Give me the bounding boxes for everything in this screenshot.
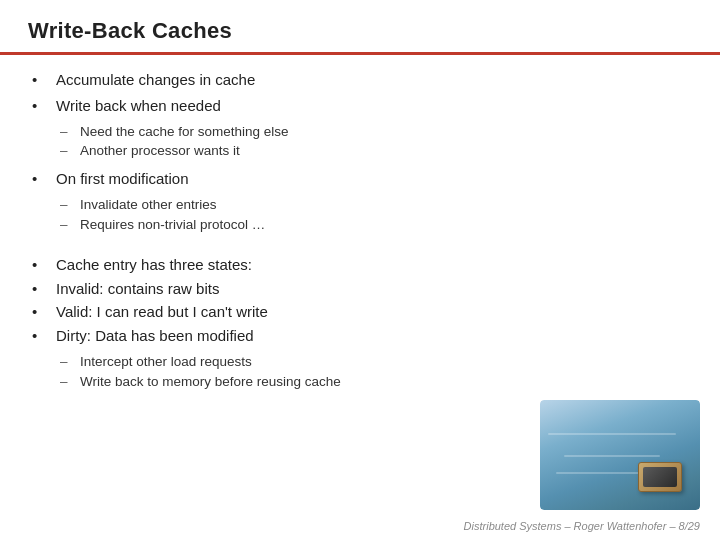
sub-item-2-2: – Another processor wants it — [60, 142, 688, 161]
sub-text-3-1: Invalidate other entries — [80, 196, 217, 215]
footer-text: Distributed Systems – Roger Wattenhofer … — [464, 520, 700, 532]
sub-item-s2-2: – Write back to memory before reusing ca… — [60, 373, 688, 392]
bullet-1-dot: • — [32, 71, 46, 88]
bullet-1-text: Accumulate changes in cache — [56, 69, 255, 91]
device-chip — [638, 462, 682, 492]
slide-title: Write-Back Caches — [28, 18, 232, 43]
sub-item-3-1: – Invalidate other entries — [60, 196, 688, 215]
bullet2-4-text: Dirty: Data has been modified — [56, 325, 254, 347]
bullet2-3-dot: • — [32, 303, 46, 320]
bullet2-1-dot: • — [32, 256, 46, 273]
bullet2-4: • Dirty: Data has been modified — [32, 325, 688, 347]
section-gap — [32, 242, 688, 252]
sub-dash-s2-2: – — [60, 373, 72, 392]
bullet-2-subitems: – Need the cache for something else – An… — [60, 123, 688, 163]
bullet2-1: • Cache entry has three states: — [32, 254, 688, 276]
slide-header: Write-Back Caches — [0, 0, 720, 55]
bullet2-2-text: Invalid: contains raw bits — [56, 278, 219, 300]
bullet2-3-text: Valid: I can read but I can't write — [56, 301, 268, 323]
bullets2-section: • Cache entry has three states: • Invali… — [32, 254, 688, 349]
sub-dash-2-1: – — [60, 123, 72, 142]
slide: Write-Back Caches • Accumulate changes i… — [0, 0, 720, 540]
bullet2-4-dot: • — [32, 327, 46, 344]
sub-text-s2-1: Intercept other load requests — [80, 353, 252, 372]
bullet2-2: • Invalid: contains raw bits — [32, 278, 688, 300]
bullet-3-subitems: – Invalidate other entries – Requires no… — [60, 196, 688, 236]
sub-text-2-1: Need the cache for something else — [80, 123, 289, 142]
sub-item-s2-1: – Intercept other load requests — [60, 353, 688, 372]
bullet-3-dot: • — [32, 170, 46, 187]
bullet2-3: • Valid: I can read but I can't write — [32, 301, 688, 323]
sub-item-2-1: – Need the cache for something else — [60, 123, 688, 142]
sub-dash-s2-1: – — [60, 353, 72, 372]
bullet2-2-dot: • — [32, 280, 46, 297]
bullet-2: • Write back when needed — [32, 95, 688, 117]
bullet-2-text: Write back when needed — [56, 95, 221, 117]
sub-dash-3-2: – — [60, 216, 72, 235]
bullet-3-text: On first modification — [56, 168, 189, 190]
water-background — [540, 400, 700, 510]
sub-dash-3-1: – — [60, 196, 72, 215]
sub-dash-2-2: – — [60, 142, 72, 161]
bullet-2-dot: • — [32, 97, 46, 114]
subitems2: – Intercept other load requests – Write … — [60, 353, 688, 393]
sub-text-s2-2: Write back to memory before reusing cach… — [80, 373, 341, 392]
bullet-3: • On first modification — [32, 168, 688, 190]
bullet2-1-text: Cache entry has three states: — [56, 254, 252, 276]
slide-footer: Distributed Systems – Roger Wattenhofer … — [464, 520, 700, 532]
sub-text-3-2: Requires non-trivial protocol … — [80, 216, 265, 235]
sub-item-3-2: – Requires non-trivial protocol … — [60, 216, 688, 235]
background-image — [540, 400, 700, 510]
sub-text-2-2: Another processor wants it — [80, 142, 240, 161]
bullet-1: • Accumulate changes in cache — [32, 69, 688, 91]
